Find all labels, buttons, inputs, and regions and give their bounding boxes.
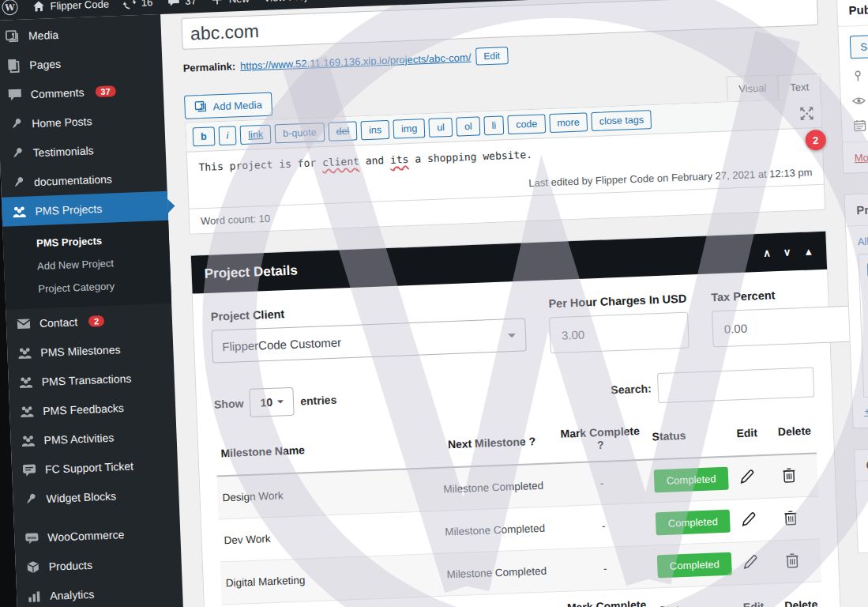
chevron-down-icon	[277, 400, 284, 406]
add-new-category-link[interactable]: + Add New Category	[864, 402, 868, 417]
toggle-panel-icon[interactable]: ▲	[803, 245, 814, 257]
sidebar-item-label: PMS Activities	[43, 431, 114, 446]
admin-sidebar: Media Pages Comments 37 Home Posts Testi…	[0, 14, 190, 607]
tax-percent-input[interactable]	[712, 306, 852, 348]
trash-icon	[784, 551, 801, 569]
quicktag-link-button[interactable]: link	[240, 125, 272, 145]
quicktag-italic-button[interactable]: i	[218, 126, 237, 145]
notification-count-badge[interactable]: 2	[805, 130, 826, 151]
quicktag-del-button[interactable]: del	[328, 121, 358, 141]
updates-menu[interactable]: 16	[123, 0, 153, 9]
quicktag-li-button[interactable]: li	[483, 115, 504, 135]
sidebar-item-analytics[interactable]: Analytics	[17, 575, 183, 607]
comments-menu[interactable]: 37	[167, 0, 197, 8]
edit-milestone-button[interactable]	[741, 552, 761, 572]
save-draft-button[interactable]: Save Draft	[850, 33, 868, 58]
support-ticket-icon	[21, 462, 38, 478]
sidebar-item-label: Contact	[39, 315, 78, 330]
all-categories-tab[interactable]: All Projects	[857, 228, 868, 247]
envelope-icon	[16, 315, 32, 332]
quicktag-ul-button[interactable]: ul	[429, 118, 453, 138]
plus-icon	[210, 0, 224, 6]
status-badge[interactable]: Completed	[655, 510, 731, 536]
per-hour-input[interactable]	[549, 312, 690, 354]
groups-icon	[17, 345, 33, 361]
quicktag-more-button[interactable]: more	[549, 112, 588, 133]
tab-text[interactable]: Text	[778, 74, 821, 100]
pushpin-icon	[10, 174, 27, 190]
sidebar-item-label: WooCommerce	[47, 528, 125, 544]
pencil-icon	[742, 552, 760, 571]
quicktag-closetags-button[interactable]: close tags	[591, 110, 652, 131]
quicktag-img-button[interactable]: img	[393, 119, 426, 139]
quicktag-ins-button[interactable]: ins	[361, 120, 390, 140]
quicktag-ol-button[interactable]: ol	[457, 116, 481, 136]
tax-percent-field: Tax Percent	[711, 286, 852, 348]
status-badge[interactable]: Completed	[656, 552, 732, 579]
show-label: Show	[214, 397, 244, 410]
col-milestone-name[interactable]: Milestone Name	[215, 423, 430, 476]
delete-milestone-button[interactable]	[783, 551, 802, 571]
bar-chart-icon	[26, 588, 43, 605]
visibility-row: Visibility:	[852, 86, 868, 107]
woocommerce-icon: woo	[24, 530, 40, 546]
content-text: This project is for	[198, 156, 322, 173]
move-to-trash-link[interactable]: Move to Trash	[854, 149, 868, 164]
col-delete: Delete	[779, 582, 823, 607]
tab-visual[interactable]: Visual	[727, 74, 779, 101]
per-hour-field: Per Hour Charges In USD	[548, 292, 690, 354]
quicktag-code-button[interactable]: code	[508, 114, 546, 134]
pushpin-icon	[9, 145, 25, 161]
milestone-search-input[interactable]	[657, 368, 814, 404]
wordpress-logo-icon[interactable]: W	[2, 0, 18, 16]
publish-date-row: Publish immediately	[853, 111, 868, 132]
sidebar-item-label: Home Posts	[32, 115, 92, 130]
pages-icon	[6, 57, 22, 74]
view-project-link[interactable]: View Project	[263, 0, 321, 3]
site-menu[interactable]: Flipper Code	[32, 0, 109, 13]
sidebar-item-label: Products	[48, 558, 92, 572]
col-mark-complete[interactable]: Mark Complete ?	[552, 415, 648, 464]
search-label: Search:	[611, 382, 652, 396]
edit-milestone-button[interactable]	[738, 467, 757, 487]
edit-permalink-button[interactable]: Edit	[475, 47, 509, 66]
pms-projects-submenu: PMS Projects Add New Project Project Cat…	[2, 221, 171, 310]
project-client-select[interactable]: FlipperCode Customer	[211, 318, 526, 363]
page-length-value: 10	[260, 396, 272, 409]
new-menu[interactable]: New	[210, 0, 250, 6]
quicktag-bold-button[interactable]: b	[193, 126, 216, 146]
edit-post-main: Permalink: https://www.52.11.169.136.xip…	[160, 0, 865, 607]
sidebar-item-label: PMS Feedbacks	[43, 402, 124, 417]
fullscreen-icon[interactable]	[798, 105, 815, 122]
col-next-milestone[interactable]: Next Milestone ?	[430, 418, 554, 468]
page-length-select[interactable]: 10	[250, 387, 295, 417]
word-count-label: Word count:	[201, 213, 256, 227]
chevron-down-icon	[508, 334, 516, 341]
col-status[interactable]: Status	[647, 412, 733, 460]
project-fields-row: Project Client FlipperCode Customer Per …	[211, 288, 813, 367]
delete-milestone-button[interactable]	[780, 466, 799, 485]
quicktag-bquote-button[interactable]: b-quote	[275, 123, 325, 143]
col-status: Status	[653, 585, 739, 607]
sidebar-item-label: Widget Blocks	[46, 489, 116, 504]
delete-milestone-button[interactable]	[781, 508, 801, 528]
status-badge[interactable]: Completed	[653, 467, 729, 493]
col-edit: Edit	[731, 410, 774, 457]
project-details-metabox: Project Details ∧ ∨ ▲ Project Client Fli…	[190, 231, 846, 607]
site-name: Flipper Code	[50, 0, 109, 12]
publish-box-title: Publish	[837, 0, 868, 27]
move-down-icon[interactable]: ∨	[783, 246, 791, 258]
category-checklist: ✓ Website	[858, 246, 868, 398]
permalink-url-link[interactable]: https://www.52.11.169.136.xip.io/project…	[240, 51, 472, 71]
edit-milestone-button[interactable]	[739, 510, 759, 530]
comment-bubble-icon	[167, 0, 181, 8]
add-media-icon	[194, 100, 208, 114]
col-delete: Delete	[772, 408, 817, 454]
add-media-button[interactable]: Add Media	[184, 92, 272, 119]
publish-box-body: Save Draft Status: Visibility: Publish i…	[838, 18, 868, 142]
move-up-icon[interactable]: ∧	[763, 247, 771, 258]
milestones-table: Milestone Name Next Milestone ? Mark Com…	[215, 408, 823, 607]
sidebar-item-label: documentations	[34, 172, 112, 188]
permalink-label: Permalink:	[182, 60, 235, 74]
new-label: New	[228, 0, 250, 5]
